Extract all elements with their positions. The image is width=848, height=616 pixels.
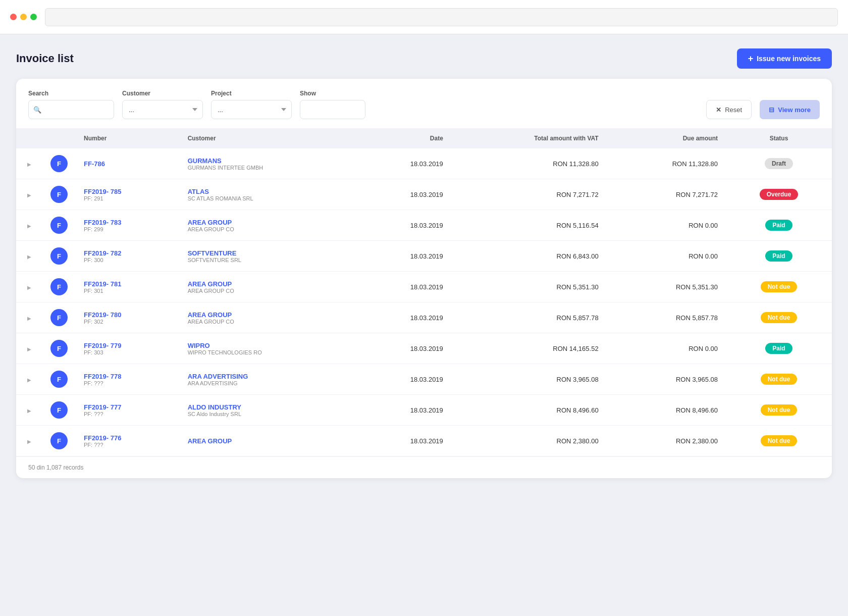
number-cell: FF2019- 783 PF: 299	[76, 210, 180, 241]
expand-icon[interactable]: ▶	[24, 223, 34, 229]
project-group: Project ...	[211, 90, 292, 119]
invoice-cell: FF2019- 778 PF: ???	[84, 373, 172, 386]
invoice-sub: PF: ???	[84, 411, 121, 417]
invoice-number-link[interactable]: FF2019- 779	[84, 342, 121, 349]
status-cell: Paid	[726, 210, 832, 241]
expand-icon[interactable]: ▶	[24, 192, 34, 198]
customer-name-link[interactable]: ARA ADVERTISING	[188, 373, 349, 380]
customer-sub: GURMANS INTERTEE GMBH	[188, 165, 349, 171]
date-cell: 18.03.2019	[356, 241, 451, 272]
invoice-number-link[interactable]: FF2019- 781	[84, 280, 121, 288]
invoice-cell: FF2019- 776 PF: ???	[84, 434, 172, 448]
invoice-number-link[interactable]: FF-786	[84, 160, 105, 168]
customer-sub: AREA GROUP CO	[188, 288, 349, 294]
fullscreen-button-icon[interactable]	[30, 14, 37, 20]
invoice-number-link[interactable]: FF2019- 780	[84, 311, 121, 319]
invoice-sub: PF: 300	[84, 257, 121, 263]
search-input[interactable]	[28, 100, 114, 119]
customer-name-link[interactable]: AREA GROUP	[188, 280, 349, 288]
status-cell: Not due	[726, 395, 832, 426]
invoice-number-link[interactable]: FF2019- 785	[84, 188, 121, 195]
status-badge: Paid	[765, 220, 792, 231]
url-bar[interactable]	[45, 8, 838, 26]
avatar-cell: F	[42, 241, 76, 272]
show-input[interactable]: All	[300, 100, 365, 119]
customer-name-link[interactable]: SOFTVENTURE	[188, 249, 349, 257]
date-cell: 18.03.2019	[356, 210, 451, 241]
customer-cell: AREA GROUP	[180, 426, 357, 456]
view-more-button[interactable]: ⊟ View more	[760, 100, 820, 119]
customer-info: AREA GROUP AREA GROUP CO	[188, 280, 349, 294]
customer-name-link[interactable]: ALDO INDUSTRY	[188, 403, 349, 411]
expand-icon[interactable]: ▶	[24, 254, 34, 260]
customer-name-link[interactable]: AREA GROUP	[188, 311, 349, 319]
close-button-icon[interactable]	[10, 14, 17, 20]
table-row: ▶F FF-786 GURMANS GURMANS INTERTEE GMBH …	[16, 148, 832, 179]
customer-info: ATLAS SC ATLAS ROMANIA SRL	[188, 188, 349, 201]
date-cell: 18.03.2019	[356, 148, 451, 179]
table-row: ▶F FF2019- 776 PF: ??? AREA GROUP 18.03.…	[16, 426, 832, 456]
invoice-cell: FF2019- 779 PF: 303	[84, 342, 172, 355]
invoice-number-link[interactable]: FF2019- 782	[84, 249, 121, 257]
expand-icon[interactable]: ▶	[24, 408, 34, 414]
table-row: ▶F FF2019- 777 PF: ??? ALDO INDUSTRY SC …	[16, 395, 832, 426]
invoice-info: FF2019- 777 PF: ???	[84, 403, 121, 417]
avatar-cell: F	[42, 333, 76, 364]
issue-invoices-button[interactable]: + Issue new invoices	[737, 48, 832, 69]
due-amount-cell: RON 0.00	[607, 241, 726, 272]
project-select[interactable]: ...	[211, 100, 292, 119]
customer-cell: AREA GROUP AREA GROUP CO	[180, 272, 357, 302]
customer-name-link[interactable]: AREA GROUP	[188, 219, 349, 226]
customer-info: AREA GROUP AREA GROUP CO	[188, 219, 349, 232]
expand-icon[interactable]: ▶	[24, 346, 34, 352]
minimize-button-icon[interactable]	[20, 14, 27, 20]
total-vat-cell: RON 14,165.52	[451, 333, 607, 364]
invoice-cell: FF2019- 777 PF: ???	[84, 403, 172, 417]
customer-cell: ALDO INDUSTRY SC Aldo Industry SRL	[180, 395, 357, 426]
customer-select[interactable]: ...	[122, 100, 203, 119]
invoice-info: FF2019- 783 PF: 299	[84, 219, 121, 232]
expand-icon[interactable]: ▶	[24, 316, 34, 321]
invoice-number-link[interactable]: FF2019- 777	[84, 403, 121, 411]
expand-icon[interactable]: ▶	[24, 285, 34, 290]
date-cell: 18.03.2019	[356, 272, 451, 302]
avatar-cell: F	[42, 395, 76, 426]
reset-button[interactable]: ✕ Reset	[706, 100, 752, 119]
customer-name-link[interactable]: GURMANS	[188, 157, 349, 165]
customer-name-link[interactable]: WIPRO	[188, 342, 349, 349]
due-amount-cell: RON 0.00	[607, 333, 726, 364]
invoice-sub: PF: 301	[84, 288, 121, 294]
customer-sub: AREA GROUP CO	[188, 319, 349, 325]
customer-sub: SOFTVENTURE SRL	[188, 257, 349, 263]
status-cell: Overdue	[726, 179, 832, 210]
row-expand-cell: ▶	[16, 148, 42, 179]
date-cell: 18.03.2019	[356, 302, 451, 333]
customer-name-link[interactable]: AREA GROUP	[188, 437, 349, 445]
search-group: Search 🔍	[28, 90, 114, 119]
x-icon: ✕	[716, 106, 721, 114]
row-expand-cell: ▶	[16, 272, 42, 302]
invoice-number-link[interactable]: FF2019- 778	[84, 373, 121, 380]
view-more-label: View more	[778, 106, 811, 114]
invoice-number-link[interactable]: FF2019- 776	[84, 434, 121, 442]
status-cell: Paid	[726, 333, 832, 364]
status-cell: Not due	[726, 364, 832, 395]
expand-icon[interactable]: ▶	[24, 377, 34, 383]
table-row: ▶F FF2019- 779 PF: 303 WIPRO WIPRO TECHN…	[16, 333, 832, 364]
expand-icon[interactable]: ▶	[24, 162, 34, 167]
invoice-number-link[interactable]: FF2019- 783	[84, 219, 121, 226]
row-expand-cell: ▶	[16, 426, 42, 456]
customer-cell: GURMANS GURMANS INTERTEE GMBH	[180, 148, 357, 179]
issue-button-label: Issue new invoices	[757, 55, 821, 63]
customer-info: ALDO INDUSTRY SC Aldo Industry SRL	[188, 403, 349, 417]
due-amount-cell: RON 0.00	[607, 210, 726, 241]
avatar: F	[50, 371, 68, 388]
expand-icon[interactable]: ▶	[24, 439, 34, 444]
avatar: F	[50, 432, 68, 449]
customer-info: WIPRO WIPRO TECHNOLOGIES RO	[188, 342, 349, 355]
invoice-sub: PF: ???	[84, 380, 121, 386]
avatar: F	[50, 401, 68, 419]
date-cell: 18.03.2019	[356, 395, 451, 426]
customer-name-link[interactable]: ATLAS	[188, 188, 349, 195]
avatar: F	[50, 340, 68, 357]
